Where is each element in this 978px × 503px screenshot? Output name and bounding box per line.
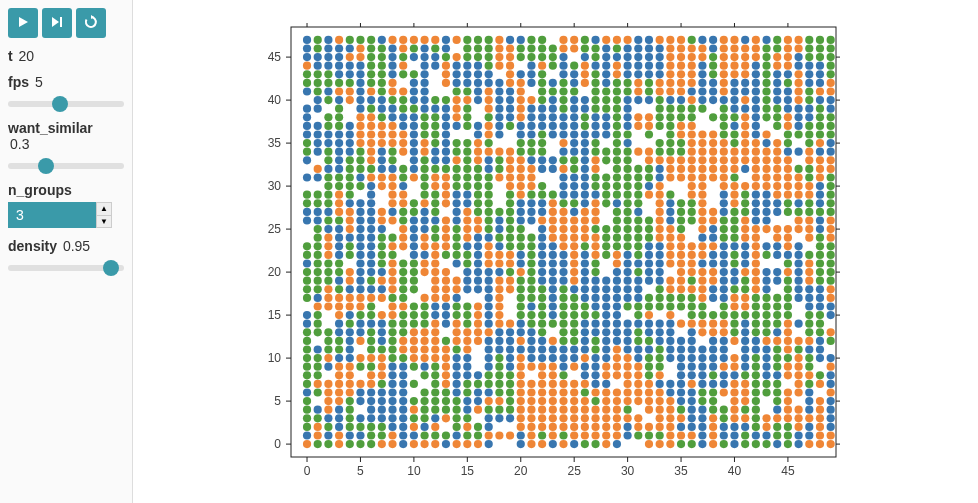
fps-slider[interactable]: [8, 101, 124, 107]
svg-point-242: [687, 414, 695, 422]
svg-point-1971: [805, 96, 813, 104]
svg-point-2199: [698, 53, 706, 61]
svg-point-794: [559, 311, 567, 319]
svg-point-364: [473, 388, 481, 396]
svg-point-1166: [538, 242, 546, 250]
svg-point-198: [730, 422, 738, 430]
svg-point-676: [815, 336, 823, 344]
svg-point-1535: [580, 173, 588, 181]
svg-point-894: [698, 293, 706, 301]
svg-point-1847: [452, 113, 460, 121]
svg-point-161: [302, 422, 310, 430]
svg-point-1162: [495, 242, 503, 250]
svg-point-211: [334, 414, 342, 422]
svg-point-1582: [570, 164, 578, 172]
svg-point-83: [516, 440, 524, 448]
svg-point-1527: [473, 173, 481, 181]
svg-point-1661: [399, 147, 407, 155]
svg-point-1280: [783, 225, 791, 233]
svg-point-1420: [783, 199, 791, 207]
svg-point-1541: [644, 173, 652, 181]
svg-point-1114: [516, 250, 524, 258]
density-slider[interactable]: [8, 265, 124, 271]
svg-point-157: [794, 431, 802, 439]
svg-point-1788: [302, 121, 310, 129]
svg-point-1125: [634, 250, 642, 258]
svg-point-1503: [751, 182, 759, 190]
svg-point-2013: [762, 87, 770, 95]
n-groups-input[interactable]: [8, 202, 96, 228]
svg-point-1895: [484, 104, 492, 112]
fps-value: 5: [35, 74, 43, 90]
param-n-groups: n_groups ▲ ▼: [8, 182, 124, 228]
svg-point-790: [516, 311, 524, 319]
svg-point-263: [388, 405, 396, 413]
svg-marker-1: [52, 17, 59, 27]
svg-point-1383: [345, 199, 353, 207]
svg-point-1660: [388, 147, 396, 155]
svg-point-696: [505, 328, 513, 336]
svg-point-467: [602, 371, 610, 379]
svg-point-1940: [473, 96, 481, 104]
svg-point-633: [345, 336, 353, 344]
svg-point-535: [302, 354, 310, 362]
svg-point-582: [815, 354, 823, 362]
svg-point-1361: [634, 207, 642, 215]
svg-point-1286: [313, 216, 321, 224]
svg-point-1283: [815, 225, 823, 233]
svg-point-2066: [815, 78, 823, 86]
svg-point-1238: [826, 233, 834, 241]
svg-point-1296: [420, 216, 428, 224]
svg-point-1440: [505, 190, 513, 198]
svg-point-739: [473, 319, 481, 327]
svg-point-2194: [644, 53, 652, 61]
svg-point-1897: [505, 104, 513, 112]
step-button[interactable]: [42, 8, 72, 38]
svg-point-1266: [623, 225, 631, 233]
svg-point-1265: [612, 225, 620, 233]
svg-point-1499: [698, 182, 706, 190]
svg-point-304: [324, 397, 332, 405]
svg-point-2145: [644, 61, 652, 69]
svg-point-431: [687, 379, 695, 387]
svg-point-2118: [334, 61, 342, 69]
svg-point-1630: [580, 156, 588, 164]
svg-point-1399: [538, 199, 546, 207]
svg-point-1182: [709, 242, 717, 250]
svg-point-258: [324, 405, 332, 413]
svg-point-1948: [559, 96, 567, 104]
svg-point-743: [516, 319, 524, 327]
play-button[interactable]: [8, 8, 38, 38]
svg-point-2246: [676, 44, 684, 52]
svg-point-1178: [666, 242, 674, 250]
svg-point-310: [388, 397, 396, 405]
svg-point-415: [505, 379, 513, 387]
svg-point-760: [698, 319, 706, 327]
svg-point-1481: [463, 182, 471, 190]
svg-point-672: [773, 336, 781, 344]
svg-point-791: [527, 311, 535, 319]
svg-point-635: [367, 336, 375, 344]
svg-point-1062: [452, 259, 460, 267]
want-similar-slider[interactable]: [8, 163, 124, 169]
svg-point-1254: [484, 225, 492, 233]
svg-point-2205: [762, 53, 770, 61]
svg-point-856: [773, 302, 781, 310]
svg-point-472: [655, 371, 663, 379]
svg-point-2149: [687, 61, 695, 69]
svg-point-194: [687, 422, 695, 430]
svg-point-750: [591, 319, 599, 327]
reset-button[interactable]: [76, 8, 106, 38]
svg-point-145: [666, 431, 674, 439]
n-groups-down[interactable]: ▼: [97, 215, 111, 227]
n-groups-up[interactable]: ▲: [97, 203, 111, 215]
svg-point-1891: [431, 104, 439, 112]
svg-point-2010: [730, 87, 738, 95]
svg-point-1090: [783, 259, 791, 267]
svg-point-2024: [345, 78, 353, 86]
svg-point-251: [783, 414, 791, 422]
svg-point-241: [676, 414, 684, 422]
svg-point-1103: [388, 250, 396, 258]
svg-point-72: [377, 440, 385, 448]
svg-point-731: [388, 319, 396, 327]
